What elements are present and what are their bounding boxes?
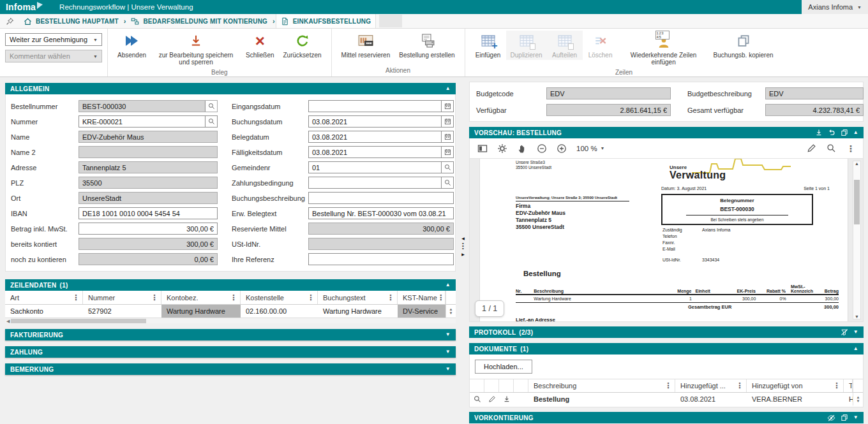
scroll-up-icon[interactable]: ▲	[855, 161, 859, 166]
bestellung-erstellen-button[interactable]: Bestellung erstellen	[394, 31, 459, 60]
speichern-und-sperren-button[interactable]: zur Bearbeitung speichern und sperren	[151, 31, 241, 67]
gear-icon[interactable]	[497, 143, 507, 154]
splitter-grip[interactable]: •••	[462, 242, 464, 250]
erw-belegtext-input[interactable]	[309, 208, 453, 219]
zoom-level-select[interactable]: 100 % ▼	[576, 145, 605, 152]
column-header-nummer[interactable]: Nummer⋮	[83, 291, 161, 304]
ort-input[interactable]	[79, 193, 217, 203]
bestellnummer-input[interactable]	[79, 101, 205, 112]
column-header-kostenstelle[interactable]: Kostenstelle⋮	[241, 291, 318, 304]
cell-kst-name[interactable]: DV-Service	[398, 305, 445, 318]
column-header-buchungstext[interactable]: Buchungstext⋮	[318, 291, 398, 304]
wiederkehrende-zeilen-button[interactable]: 123 45 Wiederkehrende Zeilen einfügen	[618, 31, 709, 67]
download-icon[interactable]	[815, 129, 823, 136]
expand-icon[interactable]: ▼	[853, 330, 858, 335]
bemerkung-section-header[interactable]: BEMERKUNG ▼	[5, 363, 456, 375]
scrollbar-thumb[interactable]	[854, 180, 860, 224]
column-header-hinzugefuegt[interactable]: Hinzugefügt ...⋮	[675, 379, 747, 392]
zahlungsbedingung-input[interactable]	[309, 177, 441, 188]
ihre-referenz-input[interactable]	[309, 254, 453, 265]
name2-input[interactable]	[79, 147, 217, 157]
search-icon[interactable]	[827, 143, 836, 153]
datepicker-button[interactable]	[441, 131, 453, 142]
faelligkeitsdatum-input[interactable]	[309, 147, 441, 157]
column-menu-icon[interactable]: ⋮	[307, 293, 315, 302]
expand-icon[interactable]: ▼	[445, 367, 451, 372]
gemeindenr-input[interactable]	[309, 162, 441, 173]
budgetbeschreibung-input[interactable]	[766, 88, 863, 99]
column-menu-icon[interactable]: ⋮	[736, 381, 744, 390]
more-options-icon[interactable]: ⋮	[846, 143, 855, 154]
duplizieren-button[interactable]: Duplizieren	[506, 31, 547, 60]
zoom-in-icon[interactable]	[557, 143, 567, 154]
collapse-right-icon[interactable]: ▶	[461, 252, 465, 256]
name-input[interactable]	[79, 131, 217, 142]
scrollbar-thumb[interactable]	[11, 319, 146, 323]
download-document-button[interactable]	[499, 393, 514, 406]
cell-art[interactable]: Sachkonto	[5, 305, 83, 318]
pdf-preview-area[interactable]: Unsere Straße3 35500 UnsereStadt Unsere …	[469, 159, 864, 322]
scroll-left-icon[interactable]: ◀	[5, 318, 11, 324]
cell-hinzugefuegt[interactable]: 03.08.2021	[675, 393, 747, 406]
column-header-art[interactable]: Art⋮	[5, 291, 83, 304]
tab-bestellung-hauptamt[interactable]: BESTELLUNG HAUPTAMT	[19, 14, 123, 28]
verfuegbar-input[interactable]	[547, 105, 670, 115]
cell-hinzugefuegt-von[interactable]: VERA.BERNER	[747, 393, 844, 406]
comment-select[interactable]: Kommentar wählen ▼	[5, 50, 102, 62]
vorkontierung-section-header[interactable]: VORKONTIERUNG ▼	[469, 412, 864, 423]
preview-vertical-scrollbar[interactable]: ▲ ▼	[853, 161, 861, 319]
cell-nummer[interactable]: 527902	[83, 305, 161, 318]
hand-pan-icon[interactable]	[517, 143, 527, 154]
noch-zu-kontieren-input[interactable]	[79, 254, 217, 265]
mittel-reservieren-button[interactable]: Mittel reservieren	[337, 31, 395, 60]
sidebar-panel-icon[interactable]	[477, 143, 488, 154]
scroll-down-icon[interactable]: ▼	[855, 314, 859, 319]
copy-icon[interactable]	[841, 129, 848, 136]
workflow-select[interactable]: Weiter zur Genehmigung ▼	[5, 33, 102, 46]
lookup-button[interactable]	[205, 116, 217, 127]
pencil-icon[interactable]	[807, 143, 816, 153]
panel-splitter[interactable]: ◀ ••• ▶	[459, 236, 467, 256]
zeilendaten-table-row[interactable]: Sachkonto 527902 Wartung Hardware 02.160…	[5, 305, 456, 318]
buchungsb-kopieren-button[interactable]: Buchungsb. kopieren	[709, 31, 778, 60]
buchungsbeschreibung-input[interactable]	[309, 193, 453, 203]
column-menu-icon[interactable]: ⋮	[387, 293, 394, 302]
pin-icon[interactable]	[6, 17, 14, 26]
protokoll-section-header[interactable]: PROTOKOLL (2/3) ▼	[469, 326, 864, 338]
datepicker-button[interactable]	[441, 116, 453, 127]
row-scroll-arrows[interactable]: ▲▼	[853, 393, 863, 406]
edit-document-button[interactable]	[484, 393, 499, 406]
column-menu-icon[interactable]: ⋮	[72, 293, 80, 302]
column-header-kst-name[interactable]: KST-Name⋮	[398, 291, 445, 304]
schliessen-button[interactable]: × Schließen	[241, 31, 278, 60]
adresse-input[interactable]	[79, 162, 217, 173]
horizontal-scrollbar[interactable]: ◀	[5, 318, 456, 323]
reservierte-mittel-input[interactable]	[309, 223, 453, 234]
fakturierung-section-header[interactable]: FAKTURIERUNG ▼	[5, 329, 456, 340]
zahlung-section-header[interactable]: ZAHLUNG ▼	[5, 346, 456, 358]
lookup-button[interactable]	[441, 162, 453, 173]
eye-off-icon[interactable]	[827, 414, 835, 422]
user-menu[interactable]: Axians Infoma ▼	[802, 0, 868, 14]
buchungsdatum-input[interactable]	[309, 116, 441, 127]
column-menu-icon[interactable]: ⋮	[437, 293, 445, 302]
betrag-input[interactable]	[79, 223, 217, 234]
absenden-button[interactable]: Absenden	[113, 31, 151, 60]
row-scroll-arrows[interactable]: ▲▼	[445, 305, 456, 318]
copy-icon[interactable]	[841, 414, 848, 421]
column-header-typ[interactable]: Typ⋮	[844, 379, 853, 392]
gesamt-verfuegbar-input[interactable]	[766, 105, 863, 115]
expand-icon[interactable]: ▼	[853, 415, 858, 420]
collapse-icon[interactable]: ▲	[853, 130, 858, 135]
cell-beschreibung[interactable]: Bestellung	[528, 393, 675, 406]
budgetcode-input[interactable]	[547, 88, 670, 99]
column-header-hinzugefuegt-von[interactable]: Hinzugefügt von⋮	[747, 379, 844, 392]
undo-icon[interactable]	[828, 129, 835, 136]
column-header-kontobez[interactable]: Kontobez.⋮	[161, 291, 241, 304]
filter-off-icon[interactable]	[841, 328, 848, 336]
collapse-icon[interactable]: ▲	[853, 346, 858, 351]
column-menu-icon[interactable]: ⋮	[833, 381, 841, 390]
tab-overflow-button[interactable]	[379, 15, 402, 27]
collapse-icon[interactable]: ▲	[445, 282, 451, 288]
datepicker-button[interactable]	[441, 147, 453, 157]
